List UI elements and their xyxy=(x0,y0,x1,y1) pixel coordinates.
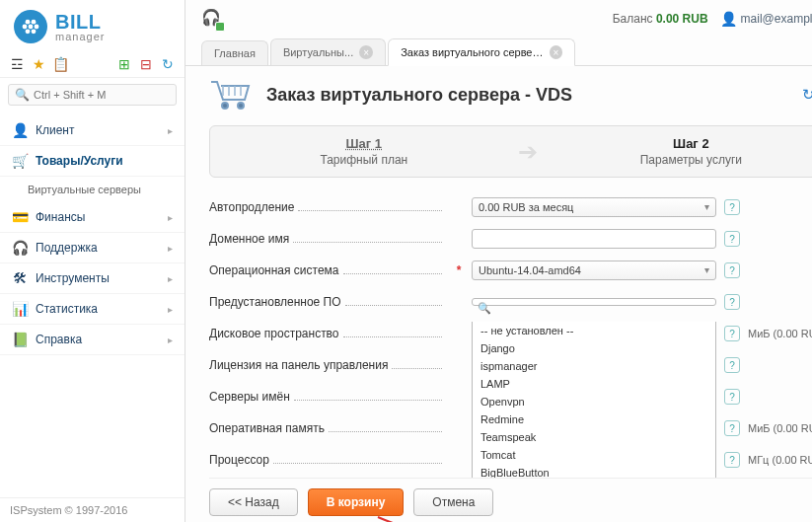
tab-0[interactable]: Главная xyxy=(201,40,268,65)
plus-icon[interactable]: ⊞ xyxy=(115,55,133,73)
logo-bill: BILL xyxy=(55,12,105,32)
search-field[interactable] xyxy=(34,89,170,101)
reload-icon[interactable]: ↻ xyxy=(802,86,812,104)
nav-icon: 📗 xyxy=(12,332,28,347)
nav-icon: 🛠 xyxy=(12,270,28,286)
tab-1[interactable]: Виртуальны...× xyxy=(270,38,386,65)
dropdown-item-6[interactable]: Teamspeak xyxy=(473,428,715,446)
minus-icon[interactable]: ⊟ xyxy=(137,55,155,73)
help-icon[interactable]: ? xyxy=(724,231,740,247)
field-label: Операционная система xyxy=(209,263,446,277)
field-extra: МГц (0.00 RUB за xyxy=(748,454,812,466)
svg-point-0 xyxy=(222,103,228,109)
step-1: Шаг 2Параметры услуги xyxy=(538,136,812,167)
logo-mgr: manager xyxy=(55,32,105,42)
dropdown-item-4[interactable]: Openvpn xyxy=(473,393,715,410)
tab-2[interactable]: Заказ виртуального сервер...× xyxy=(388,38,575,66)
help-icon[interactable]: ? xyxy=(724,199,740,215)
list-icon[interactable]: ☲ xyxy=(8,55,26,73)
nav-label: Клиент xyxy=(36,123,160,137)
user-menu[interactable]: 👤 mail@example.com ▾ xyxy=(720,11,812,27)
header: 🎧 Баланс 0.00 RUB 👤 mail@example.com ▾ xyxy=(185,0,812,37)
steps: Шаг 1Тарифный план➔Шаг 2Параметры услуги xyxy=(209,125,812,178)
help-icon[interactable]: ? xyxy=(724,420,740,436)
nav-item-1[interactable]: 🛒Товары/Услуги xyxy=(0,146,185,177)
chevron-right-icon: ▸ xyxy=(168,125,173,136)
nav-item-4[interactable]: 🎧Поддержка▸ xyxy=(0,233,185,263)
dropdown-item-2[interactable]: ispmanager xyxy=(473,357,715,375)
tab-label: Заказ виртуального сервер... xyxy=(401,46,543,58)
search-input[interactable]: 🔍 xyxy=(8,84,177,106)
help-icon[interactable]: ? xyxy=(724,389,740,405)
dropdown-item-3[interactable]: LAMP xyxy=(473,375,715,393)
select-input[interactable]: Ubuntu-14.04-amd64 xyxy=(472,261,716,280)
form-row-2: Операционная система*Ubuntu-14.04-amd64? xyxy=(209,255,812,286)
nav-item-5[interactable]: 🛠Инструменты▸ xyxy=(0,263,185,294)
star-icon[interactable]: ★ xyxy=(30,55,47,73)
text-input[interactable] xyxy=(472,229,716,249)
nav-label: Статистика xyxy=(36,302,160,316)
help-icon[interactable]: ? xyxy=(724,357,740,373)
cancel-button[interactable]: Отмена xyxy=(413,488,493,516)
field-label: Серверы имён xyxy=(209,390,446,404)
nav-icon: 📊 xyxy=(12,301,28,317)
arrow-right-icon: ➔ xyxy=(518,138,538,166)
dropdown-item-1[interactable]: Django xyxy=(473,339,715,357)
form-row-1: Доменное имя? xyxy=(209,223,812,255)
balance-label: Баланс xyxy=(613,12,653,26)
field-label: Дисковое пространство xyxy=(209,327,446,340)
nav-item-6[interactable]: 📊Статистика▸ xyxy=(0,294,185,325)
chevron-right-icon: ▸ xyxy=(168,273,173,284)
nav-item-2[interactable]: Виртуальные серверы xyxy=(0,177,185,202)
field-input-wrap: -- не установлен --DjangoispmanagerLAMPO… xyxy=(472,298,716,306)
dropdown-item-8[interactable]: BigBlueButton xyxy=(473,464,715,478)
balance-value: 0.00 RUB xyxy=(656,12,708,26)
nav-item-7[interactable]: 📗Справка▸ xyxy=(0,325,185,355)
button-row: << Назад В корзину Отмена xyxy=(209,478,812,522)
help-icon[interactable]: ? xyxy=(724,452,740,468)
field-label: Лицензия на панель управления xyxy=(209,358,446,372)
dropdown-item-7[interactable]: Tomcat xyxy=(473,446,715,464)
nav-label: Инструменты xyxy=(36,271,160,285)
dropdown-item-0[interactable]: -- не установлен -- xyxy=(473,322,715,339)
clipboard-icon[interactable]: 📋 xyxy=(51,55,69,73)
nav-item-3[interactable]: 💳Финансы▸ xyxy=(0,202,185,233)
step-title: Шаг 2 xyxy=(538,136,812,151)
help-icon[interactable]: ? xyxy=(724,262,740,278)
balance: Баланс 0.00 RUB xyxy=(613,12,708,26)
field-input-wrap xyxy=(472,229,716,249)
nav-icon: 💳 xyxy=(12,209,28,225)
nav-icon: 👤 xyxy=(12,122,28,138)
refresh-icon[interactable]: ↻ xyxy=(159,55,177,73)
nav-icon: 🎧 xyxy=(12,240,28,256)
dropdown-search[interactable] xyxy=(472,298,716,306)
nav-label: Виртуальные серверы xyxy=(28,184,173,195)
select-input[interactable]: 0.00 RUB за месяц xyxy=(472,197,716,217)
step-sub: Параметры услуги xyxy=(538,153,812,167)
help-icon[interactable]: ? xyxy=(724,326,740,341)
back-button[interactable]: << Назад xyxy=(209,488,298,516)
field-input-wrap: 0.00 RUB за месяц xyxy=(472,197,716,217)
chevron-right-icon: ▸ xyxy=(168,212,173,223)
field-extra: МиБ (0.00 RUB за xyxy=(748,422,812,434)
close-icon[interactable]: × xyxy=(359,45,373,59)
step-0[interactable]: Шаг 1Тарифный план xyxy=(210,136,518,167)
nav-item-0[interactable]: 👤Клиент▸ xyxy=(0,115,185,146)
chevron-right-icon: ▸ xyxy=(168,304,173,315)
close-icon[interactable]: × xyxy=(550,45,563,59)
tabs: ГлавнаяВиртуальны...×Заказ виртуального … xyxy=(185,37,812,66)
dropdown-item-5[interactable]: Redmine xyxy=(473,410,715,428)
logo-icon xyxy=(14,10,47,43)
nav-icon: 🛒 xyxy=(12,153,28,169)
help-icon[interactable]: ? xyxy=(724,294,740,310)
svg-point-1 xyxy=(238,103,244,109)
form: Автопродление0.00 RUB за месяц?Доменное … xyxy=(209,191,812,478)
field-extra: МиБ (0.00 RUB за xyxy=(748,328,812,339)
cart-button[interactable]: В корзину xyxy=(308,488,405,516)
cart-icon xyxy=(209,78,253,112)
sidebar-toolbar: ☲ ★ 📋 ⊞ ⊟ ↻ xyxy=(0,51,185,78)
nav-label: Товары/Услуги xyxy=(36,154,173,168)
support-icon[interactable]: 🎧 xyxy=(201,8,223,30)
field-label: Автопродление xyxy=(209,200,446,214)
field-label: Доменное имя xyxy=(209,232,446,246)
